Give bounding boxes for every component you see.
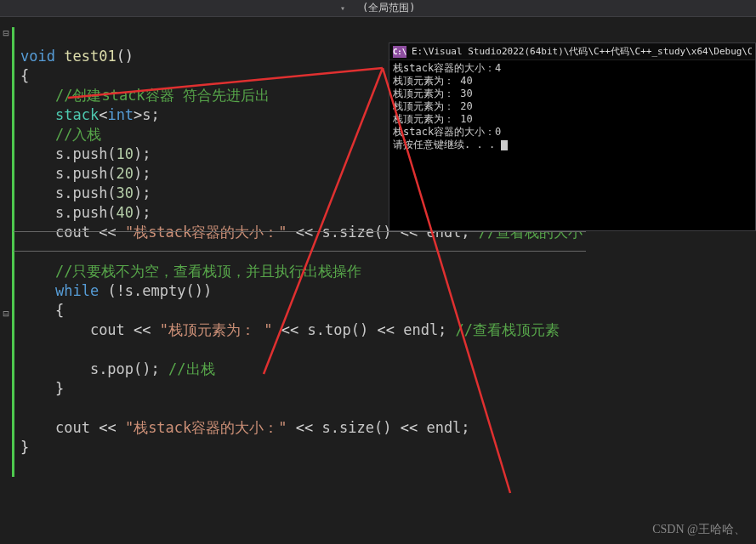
number: 30	[117, 184, 134, 201]
comment: //创建stack容器 符合先进后出	[55, 87, 270, 104]
dropdown-arrow-icon[interactable]: ▾	[340, 3, 345, 13]
number: 10	[117, 145, 134, 162]
op: <<	[296, 419, 313, 436]
comment: //入栈	[55, 126, 101, 143]
collapse-icon[interactable]: ⊟	[0, 308, 12, 320]
stmt: s.push(	[55, 184, 117, 201]
string: "栈顶元素为： "	[160, 321, 273, 338]
console-line: 栈stack容器的大小：4	[393, 62, 752, 75]
stmt: );	[134, 184, 151, 201]
string: "栈stack容器的大小："	[125, 419, 287, 436]
op: >	[134, 106, 142, 123]
op: <<	[401, 419, 418, 436]
comment: //查看栈顶元素	[456, 321, 560, 338]
parens: ()	[117, 48, 134, 65]
op: <<	[281, 321, 298, 338]
stmt: );	[134, 145, 151, 162]
op: <<	[99, 419, 116, 436]
current-line-highlight	[14, 231, 586, 252]
call: s.pop();	[90, 360, 160, 377]
console-line: 栈顶元素为： 30	[393, 88, 752, 100]
scope-label: (全局范围)	[362, 1, 415, 15]
endl: endl;	[403, 321, 446, 338]
function-name: test01	[64, 48, 116, 65]
number: 40	[117, 204, 134, 221]
number: 20	[117, 165, 134, 182]
type: int	[107, 106, 134, 123]
console-text: 请按任意键继续. . .	[393, 139, 495, 150]
console-titlebar[interactable]: C:\ E:\Visual Studio2022(64bit)\代码\C++代码…	[389, 43, 755, 60]
console-line: 栈stack容器的大小：0	[393, 126, 752, 139]
cout: cout	[90, 321, 125, 338]
op: <	[99, 106, 107, 123]
console-line: 栈顶元素为： 20	[393, 100, 752, 113]
cout: cout	[55, 419, 90, 436]
keyword: void	[20, 48, 55, 65]
console-path: E:\Visual Studio2022(64bit)\代码\C++代码\C++…	[412, 45, 752, 58]
brace: }	[55, 380, 64, 397]
type: stack	[55, 106, 99, 123]
scope-bar: ▾ (全局范围)	[0, 0, 756, 17]
keyword: while	[55, 282, 99, 299]
stmt: );	[134, 165, 151, 182]
collapse-icon[interactable]: ⊟	[0, 27, 12, 39]
console-line: 栈顶元素为： 10	[393, 113, 752, 126]
call: s.size()	[322, 419, 392, 436]
identifier: s;	[142, 106, 159, 123]
watermark: CSDN @王哈哈、	[652, 522, 746, 537]
console-line: 栈顶元素为： 40	[393, 75, 752, 88]
call: s.top()	[308, 321, 369, 338]
op: <<	[377, 321, 394, 338]
stmt: s.push(	[55, 165, 117, 182]
brace: }	[20, 439, 29, 456]
condition: (!s.empty())	[107, 282, 212, 299]
brace: {	[55, 302, 64, 319]
console-line: 请按任意键继续. . .	[393, 139, 752, 151]
comment: //只要栈不为空，查看栈顶，并且执行出栈操作	[55, 263, 361, 280]
cursor-icon	[501, 140, 508, 150]
stmt: s.push(	[55, 204, 117, 221]
endl: endl;	[426, 419, 469, 436]
stmt: s.push(	[55, 145, 117, 162]
console-icon: C:\	[393, 46, 406, 58]
op: <<	[134, 321, 151, 338]
console-window[interactable]: C:\ E:\Visual Studio2022(64bit)\代码\C++代码…	[389, 42, 756, 231]
stmt: );	[134, 204, 151, 221]
console-output: 栈stack容器的大小：4 栈顶元素为： 40 栈顶元素为： 30 栈顶元素为：…	[389, 60, 755, 230]
brace: {	[20, 67, 29, 84]
comment: //出栈	[168, 360, 214, 377]
